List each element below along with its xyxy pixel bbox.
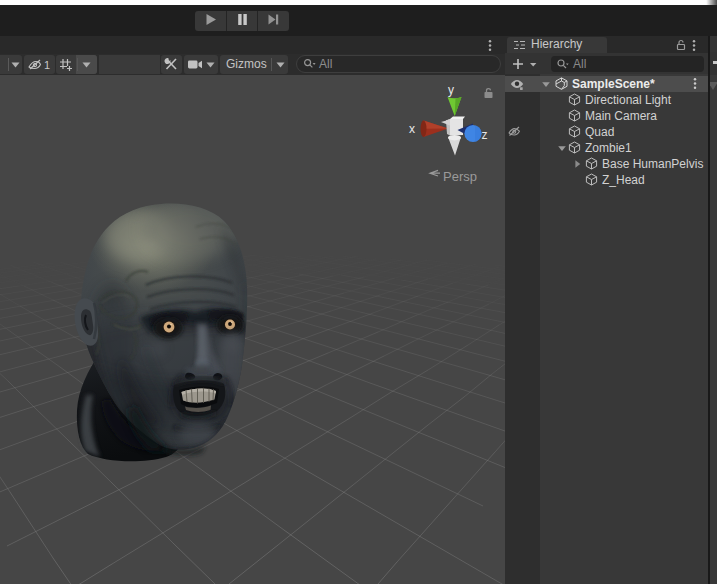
svg-text:z: z (482, 128, 488, 142)
svg-text:Persp: Persp (443, 169, 477, 184)
svg-text:y: y (448, 83, 454, 97)
svg-text:x: x (409, 122, 415, 136)
